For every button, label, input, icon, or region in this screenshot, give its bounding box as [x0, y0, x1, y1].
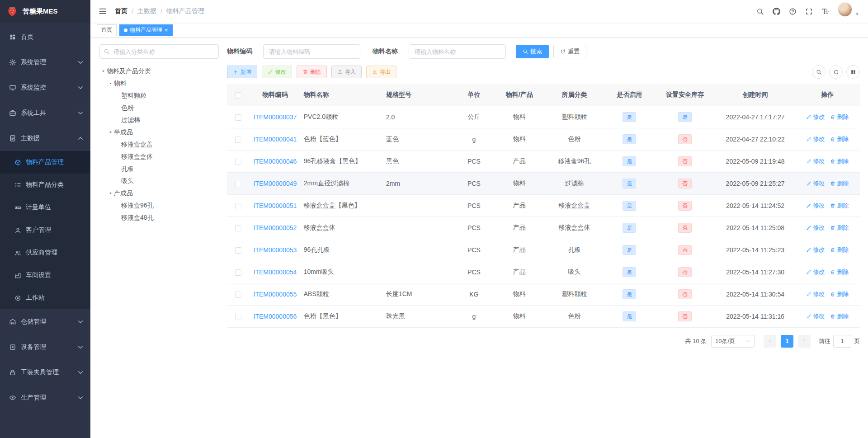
sidebar-item-warehouse-mgmt[interactable]: 仓储管理	[0, 309, 90, 334]
add-button[interactable]: 新增	[227, 66, 257, 78]
search-button[interactable]: 搜索	[516, 45, 549, 58]
row-edit-link[interactable]: 修改	[806, 135, 825, 143]
row-delete-link[interactable]: 删除	[830, 202, 849, 210]
sidebar-item-production-mgmt[interactable]: 生产管理	[0, 385, 90, 410]
tree-node[interactable]: 半成品	[99, 126, 219, 138]
row-edit-link[interactable]: 修改	[806, 246, 825, 254]
column-settings-button[interactable]	[846, 65, 860, 79]
tree-node[interactable]: 移液盒96孔	[99, 199, 219, 212]
reset-button[interactable]: 重置	[553, 45, 586, 58]
next-page-button[interactable]	[798, 335, 811, 348]
fullscreen-button[interactable]	[801, 0, 817, 23]
row-delete-link[interactable]: 删除	[830, 157, 849, 165]
row-delete-link[interactable]: 删除	[830, 290, 849, 298]
breadcrumb-item[interactable]: 首页	[115, 7, 127, 15]
row-checkbox[interactable]	[235, 159, 241, 165]
export-button[interactable]: 导出	[366, 66, 396, 78]
sidebar-item-home[interactable]: 首页	[0, 24, 90, 50]
goto-page-input[interactable]	[833, 335, 851, 348]
tree-node[interactable]: 过滤棉	[99, 114, 219, 126]
sidebar-item-workstation[interactable]: 工作站	[0, 287, 90, 309]
page-number[interactable]: 1	[781, 335, 793, 348]
material-or-product: 物料	[494, 128, 544, 150]
row-checkbox[interactable]	[235, 114, 241, 121]
sidebar-item-system-tools[interactable]: 系统工具	[0, 100, 90, 126]
fontsize-button[interactable]	[817, 0, 833, 23]
chevron-down-icon	[77, 318, 84, 325]
question-button[interactable]	[784, 0, 801, 23]
prev-page-button[interactable]	[764, 335, 776, 348]
tree-node[interactable]: 孔板	[99, 163, 219, 175]
row-delete-link[interactable]: 删除	[830, 113, 849, 121]
close-icon[interactable]: ×	[165, 27, 168, 33]
tree-node[interactable]: 移液盒盒盖	[99, 138, 219, 151]
hamburger-icon[interactable]	[95, 7, 110, 15]
row-delete-link[interactable]: 删除	[830, 135, 849, 143]
row-checkbox[interactable]	[235, 314, 241, 320]
sidebar-item-system-admin[interactable]: 系统管理	[0, 50, 90, 75]
row-delete-link[interactable]: 删除	[830, 246, 849, 254]
row-delete-link[interactable]: 删除	[830, 224, 849, 232]
enabled-badge: 是	[623, 245, 636, 255]
refresh-table-button[interactable]	[829, 65, 843, 79]
row-checkbox[interactable]	[235, 269, 241, 276]
sidebar-item-tooling-fixture-mgmt[interactable]: 工装夹具管理	[0, 360, 90, 385]
row-checkbox[interactable]	[235, 181, 241, 187]
tree-node[interactable]: 产成品	[99, 187, 219, 199]
sidebar-item-measure-unit[interactable]: 计量单位	[0, 196, 90, 219]
tree-node[interactable]: 移液盒48孔	[99, 212, 219, 224]
sidebar-item-equipment-mgmt[interactable]: 设备管理	[0, 334, 90, 360]
tree-node[interactable]: 吸头	[99, 175, 219, 187]
sidebar-item-material-product-category[interactable]: 物料产品分类	[0, 174, 90, 196]
badge-cell: 否	[655, 194, 716, 217]
user-menu[interactable]	[833, 2, 863, 20]
row-checkbox[interactable]	[235, 137, 241, 143]
row-edit-link[interactable]: 修改	[806, 179, 825, 188]
row-checkbox[interactable]	[235, 292, 241, 298]
tree-node[interactable]: 塑料颗粒	[99, 89, 219, 102]
sidebar-item-system-monitor[interactable]: 系统监控	[0, 75, 90, 100]
tree-node[interactable]: 物料及产品分类	[99, 65, 219, 77]
tab-material-product-mgmt[interactable]: 物料产品管理×	[119, 24, 173, 36]
row-edit-link[interactable]: 修改	[806, 290, 825, 298]
delete-button[interactable]: 删除	[297, 66, 327, 78]
tree-node[interactable]: 物料	[99, 77, 219, 89]
row-edit-link[interactable]: 修改	[806, 202, 825, 210]
github-button[interactable]	[768, 0, 784, 23]
row-edit-link[interactable]: 修改	[806, 224, 825, 232]
row-checkbox[interactable]	[235, 203, 241, 209]
row-checkbox[interactable]	[235, 225, 241, 231]
sidebar-item-master-data[interactable]: 主数据	[0, 126, 90, 151]
row-delete-link[interactable]: 删除	[830, 268, 849, 276]
row-edit-link[interactable]: 修改	[806, 312, 825, 320]
row-edit-link[interactable]: 修改	[806, 113, 825, 121]
row-edit-link[interactable]: 修改	[806, 157, 825, 165]
row-delete-link[interactable]: 删除	[830, 312, 849, 320]
row-delete-label: 删除	[837, 224, 849, 232]
app-logo[interactable]: 苦糖果MES	[0, 0, 90, 23]
search-button[interactable]	[752, 0, 768, 23]
select-all-checkbox[interactable]	[235, 92, 241, 99]
material-code-input[interactable]	[263, 44, 360, 59]
material-name: 色粉【黑色】	[301, 305, 383, 327]
page-size-select[interactable]: 10条/页	[711, 335, 755, 348]
row-checkbox[interactable]	[235, 247, 241, 254]
tree-node[interactable]: 移液盒盒体	[99, 151, 219, 163]
avatar	[838, 2, 852, 17]
column-header: 所属分类	[544, 84, 604, 106]
row-edit-link[interactable]: 修改	[806, 268, 825, 276]
sidebar-item-customer-mgmt[interactable]: 客户管理	[0, 219, 90, 241]
tab-home[interactable]: 首页	[97, 24, 117, 36]
material-name-input[interactable]	[409, 44, 506, 59]
category-search-input[interactable]	[99, 44, 219, 59]
import-button[interactable]: 导入	[331, 66, 362, 78]
sidebar-item-workshop-settings[interactable]: 车间设置	[0, 264, 90, 287]
material-name: 96孔移液盒【黑色】	[301, 150, 383, 172]
badge-cell: 是	[604, 128, 655, 150]
toggle-search-button[interactable]	[812, 65, 826, 79]
sidebar-item-supplier-mgmt[interactable]: 供应商管理	[0, 241, 90, 264]
tree-node[interactable]: 色粉	[99, 102, 219, 114]
edit-button[interactable]: 修改	[262, 66, 292, 78]
row-delete-link[interactable]: 删除	[830, 179, 849, 188]
sidebar-item-material-product-mgmt[interactable]: 物料产品管理	[0, 151, 90, 174]
